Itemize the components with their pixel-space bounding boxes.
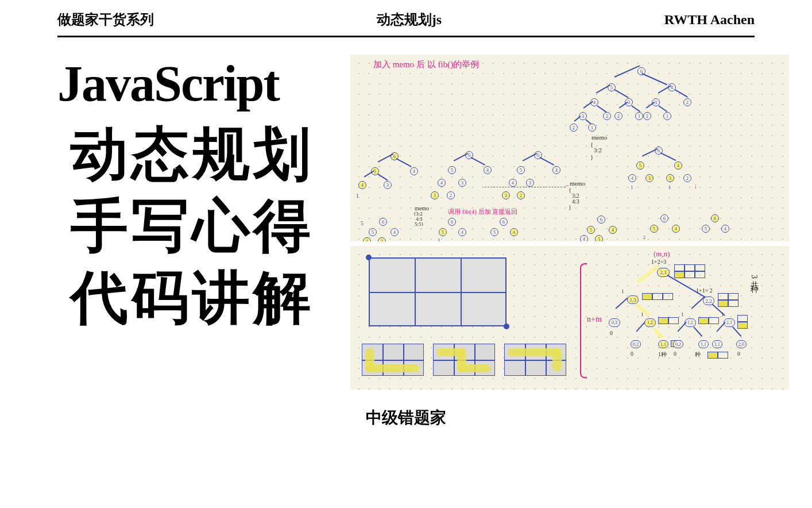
title-dp: 动态规划	[57, 118, 327, 190]
title-handwritten: 手写心得	[57, 190, 327, 262]
problem-brace	[580, 263, 587, 378]
fib-return-note: 调用 fib(4) 后加 直接返回	[448, 207, 517, 216]
header-institution-label: RWTH Aachen	[664, 12, 755, 28]
diagram-column: 加入 memo 后 以 fib()的举例 6 5 4 4 3 3 2 3 2 2…	[350, 55, 789, 390]
fib-tree-diagram: 加入 memo 后 以 fib()的举例 6 5 4 4 3 3 2 3 2 2…	[350, 55, 789, 241]
grid-tree-diagram: n+m (m,n) 1+2=3 2,3 1 1,3 1+1= 2 2,2	[350, 246, 789, 390]
header-series-label: 做题家干货系列	[57, 10, 154, 29]
main-content: JavaScript 动态规划 手写心得 代码讲解 加入 memo 后 以 fi…	[0, 37, 812, 390]
author-label: 中级错题家	[0, 407, 812, 429]
title-code-explain: 代码讲解	[57, 262, 327, 334]
memo-label-2: memo	[570, 180, 586, 187]
memo-label-1: memo	[591, 134, 608, 141]
page-header: 做题家干货系列 动态规划js RWTH Aachen	[57, 0, 755, 37]
title-javascript: JavaScript	[57, 55, 327, 113]
total-paths-label: 共3种	[749, 275, 759, 279]
title-column: JavaScript 动态规划 手写心得 代码讲解	[57, 55, 327, 390]
header-topic-label: 动态规划js	[377, 10, 442, 29]
ntm-label: n+m	[587, 315, 602, 324]
fib-caption: 加入 memo 后 以 fib()的举例	[373, 59, 479, 70]
mn-label: (m,n)	[654, 249, 670, 259]
